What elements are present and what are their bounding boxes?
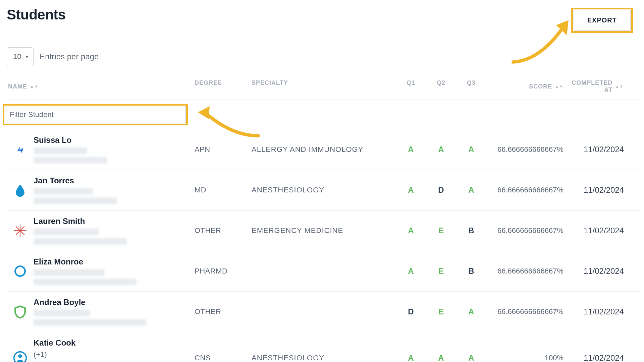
table-header: NAME ▲▼ DEGREE SPECIALTY Q1 Q2 Q3 SCORE … (7, 76, 641, 100)
q3-cell: A (456, 185, 486, 195)
degree-cell: OTHER (195, 307, 252, 316)
col-completed[interactable]: COMPLETED AT ▲▼ (570, 79, 641, 94)
specialty-cell: ANESTHESIOLOGY (252, 186, 396, 194)
q3-cell: A (456, 145, 486, 154)
student-name: Jan Torres (34, 176, 195, 185)
sort-icon: ▲▼ (30, 84, 39, 88)
redacted-text (34, 319, 146, 326)
q2-cell: D (426, 185, 456, 195)
score-cell: 66.666666666667% (486, 145, 570, 154)
degree-cell: CNS (195, 354, 252, 362)
page-title: Students (7, 7, 66, 23)
q2-cell: A (426, 353, 456, 362)
entries-value: 10 (13, 52, 21, 61)
redacted-text (34, 229, 99, 235)
q1-cell: A (396, 353, 426, 362)
avatar-icon (12, 182, 28, 198)
score-cell: 66.666666666667% (486, 226, 570, 235)
q1-cell: A (396, 226, 426, 235)
col-score[interactable]: SCORE ▲▼ (486, 79, 570, 94)
student-name: Lauren Smith (34, 217, 195, 226)
q1-cell: A (396, 145, 426, 154)
col-q3[interactable]: Q3 (456, 79, 486, 94)
date-cell: 11/02/2024 (570, 226, 641, 235)
student-name: Katie Cook (34, 338, 195, 348)
svg-point-4 (15, 266, 25, 276)
redacted-text (34, 147, 87, 154)
q1-cell: D (396, 307, 426, 316)
col-name[interactable]: NAME ▲▼ (7, 79, 195, 94)
degree-cell: PHARMD (195, 267, 252, 276)
degree-cell: APN (195, 145, 252, 154)
entries-label: Entries per page (40, 52, 99, 61)
score-cell: 66.666666666667% (486, 267, 570, 276)
q2-cell: A (426, 145, 456, 154)
date-cell: 11/02/2024 (570, 353, 641, 362)
table-row[interactable]: Andrea Boyle OTHER D E A 66.666666666667… (7, 292, 641, 332)
redacted-text (34, 197, 117, 204)
student-subtext: (+1) (34, 350, 195, 359)
avatar-icon (12, 223, 28, 239)
score-cell: 66.666666666667% (486, 307, 570, 316)
sort-icon: ▲▼ (555, 84, 564, 88)
student-name: Andrea Boyle (34, 298, 195, 307)
redacted-text (34, 188, 93, 195)
q3-cell: A (456, 307, 486, 316)
q3-cell: B (456, 226, 486, 235)
table-row[interactable]: Katie Cook (+1) CNS ANESTHESIOLOGY A A A… (7, 332, 641, 362)
q2-cell: E (426, 266, 456, 276)
date-cell: 11/02/2024 (570, 185, 641, 195)
entries-per-page-select[interactable]: 10 ▼ (7, 47, 34, 66)
avatar-icon (12, 350, 28, 362)
col-specialty[interactable]: SPECIALTY (252, 79, 396, 94)
sort-icon: ▲▼ (615, 84, 624, 88)
specialty-cell: ANESTHESIOLOGY (252, 354, 396, 362)
redacted-text (34, 279, 137, 285)
student-name: Eliza Monroe (34, 257, 195, 266)
date-cell: 11/02/2024 (570, 307, 641, 316)
redacted-text (34, 157, 107, 164)
q2-cell: E (426, 226, 456, 235)
redacted-text (34, 269, 104, 276)
export-button[interactable]: EXPORT (574, 10, 631, 31)
chevron-down-icon: ▼ (24, 54, 29, 59)
degree-cell: MD (195, 186, 252, 194)
col-q2[interactable]: Q2 (426, 79, 456, 94)
col-degree[interactable]: DEGREE (195, 79, 252, 94)
student-name: Suissa Lo (34, 135, 195, 145)
svg-point-6 (18, 354, 22, 358)
q1-cell: A (396, 266, 426, 276)
redacted-text (34, 238, 127, 245)
redacted-text (34, 310, 90, 316)
date-cell: 11/02/2024 (570, 145, 641, 154)
table-row[interactable]: Eliza Monroe PHARMD A E B 66.66666666666… (7, 251, 641, 292)
q3-cell: B (456, 266, 486, 276)
table-row[interactable]: Jan Torres MD ANESTHESIOLOGY A D A 66.66… (7, 170, 641, 210)
degree-cell: OTHER (195, 226, 252, 235)
q1-cell: A (396, 185, 426, 195)
date-cell: 11/02/2024 (570, 266, 641, 276)
avatar-icon (12, 304, 28, 320)
col-q1[interactable]: Q1 (396, 79, 426, 94)
filter-student-input[interactable] (5, 106, 186, 123)
table-row[interactable]: Lauren Smith OTHER EMERGENCY MEDICINE A … (7, 210, 641, 251)
score-cell: 66.666666666667% (486, 186, 570, 194)
specialty-cell: ALLERGY AND IMMUNOLOGY (252, 145, 396, 154)
table-row[interactable]: Suissa Lo APN ALLERGY AND IMMUNOLOGY A A… (7, 129, 641, 170)
avatar-icon (12, 141, 28, 158)
avatar-icon (12, 263, 28, 279)
score-cell: 100% (486, 354, 570, 362)
specialty-cell: EMERGENCY MEDICINE (252, 226, 396, 235)
q2-cell: E (426, 307, 456, 316)
q3-cell: A (456, 353, 486, 362)
